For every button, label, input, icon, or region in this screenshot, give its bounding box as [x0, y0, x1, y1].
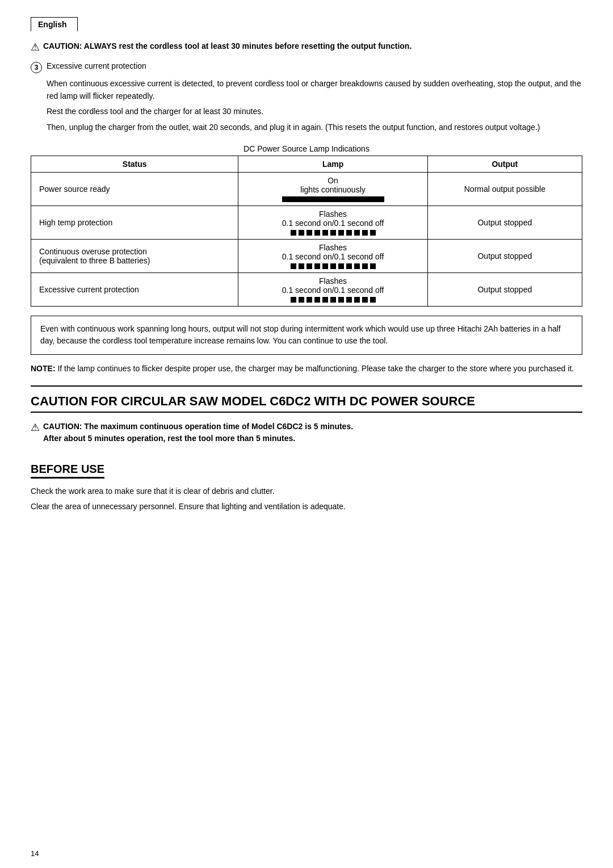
note-box-text: Even with continuous work spanning long … — [40, 324, 561, 346]
col-header-lamp: Lamp — [238, 156, 427, 172]
table-row: High temp protection Flashes 0.1 second … — [31, 206, 582, 239]
table-row: Continuous overuse protection (equivalen… — [31, 239, 582, 272]
row4-lamp-dashes — [244, 297, 421, 303]
caution-icon-1: ⚠ — [31, 41, 40, 53]
row2-lamp-timing: 0.1 second on/0.1 second off — [282, 219, 384, 228]
section-3-header: 3 Excessive current protection — [31, 61, 582, 73]
table-header-row: Status Lamp Output — [31, 156, 582, 172]
caution2-normal: After about 5 minutes operation, rest th… — [43, 434, 295, 443]
section-divider-top — [31, 385, 582, 387]
section-divider-bottom — [31, 412, 582, 413]
caution-block-1: ⚠ CAUTION: ALWAYS rest the cordless tool… — [31, 40, 582, 53]
row2-output: Output stopped — [427, 206, 582, 239]
caution2-bold: CAUTION: The maximum continuous operatio… — [43, 422, 353, 431]
lamp-table: Status Lamp Output Power source ready On… — [31, 156, 582, 307]
before-use-heading: BEFORE USE — [31, 463, 104, 479]
section-3-para-1: When continuous excessive current is det… — [47, 78, 582, 102]
row4-lamp-timing: 0.1 second on/0.1 second off — [282, 286, 384, 295]
page-number: 14 — [31, 849, 39, 858]
row2-lamp: Flashes 0.1 second on/0.1 second off — [238, 206, 427, 239]
page: English ⚠ CAUTION: ALWAYS rest the cordl… — [0, 0, 613, 868]
table-row: Excessive current protection Flashes 0.1… — [31, 272, 582, 306]
section-3-para-3: Then, unplug the charger from the outlet… — [47, 121, 582, 134]
col-header-status: Status — [31, 156, 238, 172]
caution-icon-2: ⚠ — [31, 421, 40, 434]
row2-lamp-flashes: Flashes — [319, 209, 347, 219]
table-row: Power source ready On lights continuousl… — [31, 172, 582, 206]
caution-text-1: CAUTION: ALWAYS rest the cordless tool a… — [43, 40, 412, 52]
section-3-para-2: Rest the cordless tool and the charger f… — [47, 106, 582, 118]
row2-lamp-dashes — [244, 230, 421, 236]
note-box: Even with continuous work spanning long … — [31, 316, 582, 355]
row4-lamp-flashes: Flashes — [319, 276, 347, 286]
row1-lamp-text-on: On — [328, 176, 338, 185]
row1-lamp-indicator — [282, 196, 384, 202]
note-label: NOTE: If the lamp continues to flicker d… — [31, 363, 582, 375]
row3-output: Output stopped — [427, 239, 582, 272]
row3-lamp-flashes: Flashes — [319, 243, 347, 252]
row1-lamp-text-continuous: lights continuously — [300, 185, 365, 194]
row3-lamp-dashes — [244, 263, 421, 269]
caution-block-2: ⚠ CAUTION: The maximum continuous operat… — [31, 421, 582, 445]
row2-status: High temp protection — [31, 206, 238, 239]
row3-lamp: Flashes 0.1 second on/0.1 second off — [238, 239, 427, 272]
row1-output: Normal output possible — [427, 172, 582, 206]
before-use-line2: Clear the area of unnecessary personnel.… — [31, 501, 582, 513]
section-3-title: Excessive current protection — [47, 61, 146, 70]
row4-lamp: Flashes 0.1 second on/0.1 second off — [238, 272, 427, 306]
row3-lamp-timing: 0.1 second on/0.1 second off — [282, 252, 384, 261]
row1-lamp: On lights continuously — [238, 172, 427, 206]
note-text: If the lamp continues to flicker despite… — [57, 364, 574, 373]
lamp-table-section: DC Power Source Lamp Indications Status … — [31, 144, 582, 307]
circular-saw-heading: CAUTION FOR CIRCULAR SAW MODEL C6DC2 WIT… — [31, 393, 582, 410]
caution-text-2: CAUTION: The maximum continuous operatio… — [43, 421, 353, 445]
row3-status-line2: (equivalent to three B batteries) — [39, 256, 150, 265]
row4-output: Output stopped — [427, 272, 582, 306]
row3-status-line1: Continuous overuse protection — [39, 247, 147, 256]
section-3-number: 3 — [31, 62, 42, 73]
before-use-line1: Check the work area to make sure that it… — [31, 485, 582, 498]
table-caption: DC Power Source Lamp Indications — [31, 144, 582, 153]
row4-status: Excessive current protection — [31, 272, 238, 306]
col-header-output: Output — [427, 156, 582, 172]
note-bold: NOTE: — [31, 364, 57, 373]
row1-status: Power source ready — [31, 172, 238, 206]
language-tab: English — [31, 17, 78, 31]
row3-status: Continuous overuse protection (equivalen… — [31, 239, 238, 272]
